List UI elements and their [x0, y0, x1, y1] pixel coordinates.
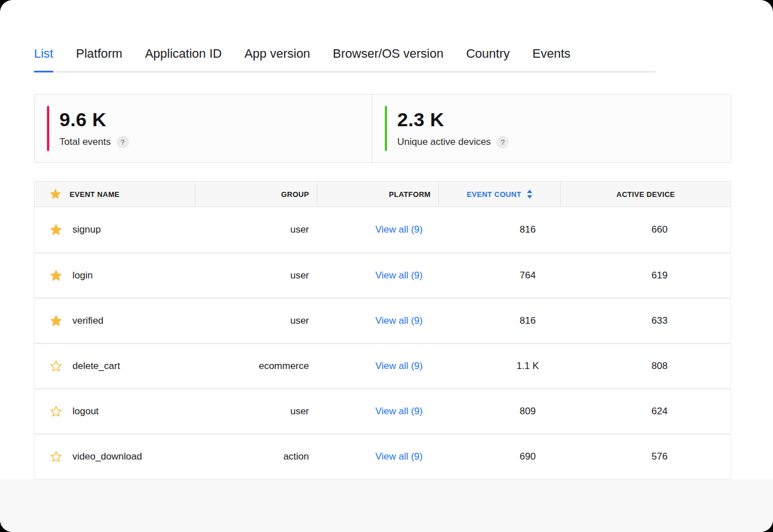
group-cell: user — [195, 207, 317, 252]
active-device-cell: 624 — [560, 389, 731, 434]
total-events-value: 9.6 K — [59, 109, 129, 131]
active-device-cell: 808 — [560, 344, 731, 388]
unique-active-devices-value: 2.3 K — [397, 109, 509, 131]
unique-active-devices-label: Unique active devices — [397, 136, 491, 148]
help-icon[interactable]: ? — [496, 136, 509, 148]
event-count-cell: 816 — [439, 299, 560, 343]
event-count-cell: 816 — [439, 207, 560, 252]
group-cell: user — [195, 389, 317, 434]
group-cell: user — [195, 254, 317, 298]
event-count-cell: 809 — [439, 389, 560, 434]
view-all-link[interactable]: View all (9) — [375, 361, 423, 372]
unique-active-devices-card: 2.3 K Unique active devices ? — [372, 95, 731, 162]
star-icon[interactable] — [50, 451, 62, 463]
total-events-card: 9.6 K Total events ? — [35, 95, 372, 162]
total-events-label: Total events — [59, 136, 111, 148]
main-content: List Platform Application ID App version… — [0, 0, 773, 479]
event-name: verified — [72, 315, 104, 327]
active-device-cell: 660 — [560, 207, 731, 252]
view-all-link[interactable]: View all (9) — [375, 315, 423, 327]
tab-app-version[interactable]: App version — [244, 46, 310, 72]
green-accent-bar — [385, 106, 387, 151]
active-device-cell: 576 — [560, 435, 731, 479]
header-group: GROUP — [195, 182, 317, 207]
event-name: delete_cart — [72, 361, 120, 372]
table-row: verified user View all (9) 816 633 — [35, 298, 731, 343]
view-all-link[interactable]: View all (9) — [375, 224, 423, 235]
tab-country[interactable]: Country — [466, 46, 510, 72]
event-count-cell: 1.1 K — [439, 344, 560, 388]
star-icon[interactable] — [50, 405, 62, 418]
help-icon[interactable]: ? — [117, 136, 129, 148]
star-icon[interactable] — [50, 269, 62, 282]
table-row: signup user View all (9) 816 660 — [35, 207, 731, 252]
view-all-link[interactable]: View all (9) — [375, 451, 423, 462]
star-icon[interactable] — [50, 188, 61, 200]
header-event-count-label: EVENT COUNT — [467, 190, 521, 199]
event-name: login — [72, 270, 93, 281]
table-row: login user View all (9) 764 619 — [35, 252, 731, 298]
table-body: signup user View all (9) 816 660 login u… — [34, 207, 731, 479]
tab-application-id[interactable]: Application ID — [145, 46, 222, 72]
tab-browser-os-version[interactable]: Browser/OS version — [333, 46, 444, 72]
header-event-count[interactable]: EVENT COUNT — [439, 182, 560, 207]
event-count-cell: 690 — [439, 435, 560, 479]
event-name: video_download — [72, 451, 142, 462]
active-device-cell: 619 — [560, 254, 731, 298]
header-platform: PLATFORM — [317, 182, 439, 207]
sort-icon[interactable] — [527, 190, 532, 199]
group-cell: user — [195, 299, 317, 343]
header-active-device: ACTIVE DEVICE — [560, 182, 731, 207]
tab-events[interactable]: Events — [532, 46, 570, 72]
tab-platform[interactable]: Platform — [76, 46, 122, 72]
star-icon[interactable] — [50, 315, 62, 327]
table-row: delete_cart ecommerce View all (9) 1.1 K… — [35, 343, 731, 388]
app-window: List Platform Application ID App version… — [0, 0, 773, 532]
view-all-link[interactable]: View all (9) — [375, 270, 423, 281]
event-name: logout — [72, 406, 98, 417]
red-accent-bar — [47, 106, 49, 151]
star-icon[interactable] — [50, 360, 62, 372]
table-header: EVENT NAME GROUP PLATFORM EVENT COUNT AC… — [34, 181, 731, 207]
tab-bar: List Platform Application ID App version… — [34, 46, 655, 72]
events-table: EVENT NAME GROUP PLATFORM EVENT COUNT AC… — [34, 181, 731, 479]
event-name: signup — [72, 224, 101, 235]
table-row: video_download action View all (9) 690 5… — [35, 434, 731, 479]
tab-list[interactable]: List — [34, 46, 53, 72]
star-icon[interactable] — [50, 224, 62, 236]
active-device-cell: 633 — [560, 299, 731, 343]
footer-area — [0, 479, 773, 532]
stat-cards: 9.6 K Total events ? 2.3 K Unique active… — [34, 94, 731, 163]
header-event-name: EVENT NAME — [35, 182, 195, 207]
group-cell: ecommerce — [195, 344, 317, 388]
event-count-cell: 764 — [439, 254, 560, 298]
header-event-name-label: EVENT NAME — [70, 190, 119, 199]
table-row: logout user View all (9) 809 624 — [35, 388, 731, 434]
group-cell: action — [195, 435, 317, 479]
view-all-link[interactable]: View all (9) — [375, 406, 423, 417]
